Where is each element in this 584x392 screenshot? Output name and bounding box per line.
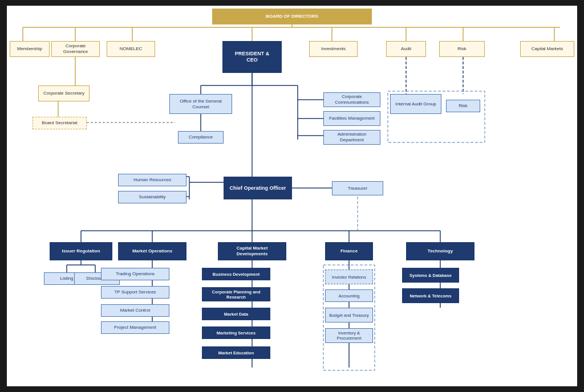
accounting-node: Accounting — [325, 289, 373, 302]
connector-lines — [7, 6, 577, 386]
cmd-node: Capital Market Developments — [218, 242, 286, 260]
investor-relations-node: Investor Relations — [325, 270, 373, 284]
board-node: BOARD OF DIRECTORS — [212, 9, 372, 24]
project-mgmt-node: Project Management — [101, 321, 169, 334]
membership-node: Membership — [10, 41, 50, 57]
risk-mid-node: Risk — [446, 100, 480, 112]
market-education-node: Market Education — [202, 346, 270, 359]
corp-comm-node: Corporate Communications — [323, 92, 380, 107]
org-chart: BOARD OF DIRECTORS Membership Corporate … — [7, 6, 577, 386]
corp-secretary-node: Corporate Secretary — [38, 85, 90, 101]
treasurer-node: Treasurer — [332, 181, 383, 195]
tp-support-node: TP Support Services — [101, 286, 169, 299]
corp-gov-node: Corporate Governance — [51, 41, 100, 57]
capital-markets-top-node: Capital Markets — [520, 41, 574, 57]
network-telecom-node: Network & Telecoms — [402, 288, 459, 303]
systems-db-node: Systems & Database — [402, 268, 459, 283]
president-node: PRESIDENT & CEO — [222, 41, 282, 73]
issuer-reg-node: Issuer Regulation — [50, 242, 112, 260]
nomelec-node: NOMELEC — [107, 41, 155, 57]
budget-treasury-node: Budget and Treasury — [325, 308, 373, 322]
internal-audit-node: Internal Audit Group — [390, 94, 441, 114]
board-secretariat-node: Board Secretariat — [33, 117, 87, 129]
finance-node: Finance — [325, 242, 373, 260]
coo-node: Chief Operating Officer — [224, 177, 292, 199]
audit-node: Audit — [386, 41, 426, 57]
ogc-node: Office of the General Counsel — [169, 94, 232, 114]
compliance-node: Compliance — [178, 131, 224, 144]
technology-node: Technology — [406, 242, 474, 260]
admin-dept-node: Administration Department — [323, 130, 380, 145]
corp-planning-node: Corporate Planning and Research — [202, 287, 270, 301]
trading-ops-node: Trading Operations — [101, 268, 169, 280]
sustainability-node: Sustainability — [118, 191, 186, 203]
facilities-node: Facilities Management — [323, 111, 380, 126]
marketing-svcs-node: Marketing Services — [202, 326, 270, 339]
market-data-node: Market Data — [202, 308, 270, 320]
market-control-node: Market Control — [101, 304, 169, 317]
market-ops-node: Market Operations — [118, 242, 186, 260]
inventory-node: Inventory & Procurement — [325, 328, 373, 343]
hr-node: Human Resources — [118, 174, 186, 186]
biz-dev-node: Business Development — [202, 268, 270, 280]
investments-node: Investments — [309, 41, 358, 57]
risk-top-node: Risk — [439, 41, 485, 57]
